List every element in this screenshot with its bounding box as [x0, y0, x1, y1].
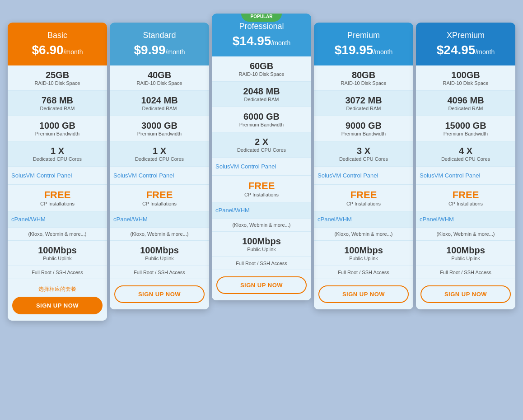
cpanel-link[interactable]: cPanel/WHM — [212, 202, 311, 219]
plan-period: /month — [475, 48, 495, 56]
ram-feature: 4096 MB Dedicated RAM — [416, 91, 515, 116]
uplink-value: 100Mbps — [420, 245, 512, 256]
cpanel-link[interactable]: cPanel/WHM — [8, 211, 107, 228]
disk-feature: 25GB RAID-10 Disk Space — [8, 65, 107, 91]
chinese-link[interactable]: 选择相应的套餐 — [12, 285, 103, 293]
control-panel-link[interactable]: SolusVM Control Panel — [212, 158, 311, 176]
free-cp-feature: FREE CP Installations — [110, 185, 209, 211]
ram-value: 768 MB — [11, 95, 103, 106]
ssh-label: Full Root / SSH Access — [8, 266, 107, 279]
kloxo-label: (Kloxo, Webmin & more...) — [110, 228, 209, 241]
plan-period: /month — [166, 48, 185, 56]
bandwidth-value: 6000 GB — [215, 112, 308, 122]
free-label: FREE — [420, 189, 512, 201]
cpu-feature: 4 X Dedicated CPU Cores — [416, 141, 515, 167]
cpu-label: Dedicated CPU Cores — [11, 156, 103, 162]
cpu-value: 1 X — [11, 146, 103, 156]
plan-price: $24.95/month — [420, 43, 511, 57]
plan-price: $6.90/month — [12, 43, 103, 57]
control-panel-link[interactable]: SolusVM Control Panel — [314, 167, 413, 185]
cpu-label: Dedicated CPU Cores — [318, 156, 410, 162]
plan-period: /month — [271, 39, 290, 47]
disk-value: 100GB — [420, 70, 512, 80]
plan-header-xpremium: XPremium $24.95/month — [416, 23, 515, 65]
cpu-feature: 2 X Dedicated CPU Cores — [212, 132, 311, 158]
plan-name: Standard — [114, 31, 205, 40]
plan-card-xpremium: XPremium $24.95/month 100GB RAID-10 Disk… — [416, 23, 515, 309]
uplink-feature: 100Mbps Public Uplink — [314, 241, 413, 266]
ram-feature: 2048 MB Dedicated RAM — [212, 82, 311, 107]
cpu-label: Dedicated CPU Cores — [215, 147, 308, 153]
plan-name: Basic — [12, 31, 103, 40]
ram-value: 2048 MB — [215, 86, 308, 97]
plan-period: /month — [64, 48, 83, 56]
plan-price: $9.99/month — [114, 43, 205, 57]
kloxo-label: (Kloxo, Webmin & more...) — [314, 228, 413, 241]
disk-value: 40GB — [113, 70, 205, 80]
plan-card-basic: Basic $6.90/month 25GB RAID-10 Disk Spac… — [8, 23, 107, 321]
free-cp-feature: FREE CP Installations — [8, 185, 107, 211]
cpanel-link[interactable]: cPanel/WHM — [110, 211, 209, 228]
bandwidth-label: Premium Bandwidth — [215, 122, 308, 127]
cpanel-link[interactable]: cPanel/WHM — [416, 211, 515, 228]
disk-label: RAID-10 Disk Space — [420, 80, 512, 86]
bandwidth-feature: 9000 GB Premium Bandwidth — [314, 116, 413, 141]
signup-button[interactable]: SIGN UP NOW — [420, 285, 511, 303]
disk-value: 25GB — [11, 70, 103, 80]
cpu-value: 1 X — [113, 146, 205, 156]
signup-button[interactable]: SIGN UP NOW — [114, 285, 205, 303]
control-panel-link[interactable]: SolusVM Control Panel — [416, 167, 515, 185]
ram-label: Dedicated RAM — [318, 106, 410, 111]
disk-feature: 60GB RAID-10 Disk Space — [212, 56, 311, 82]
uplink-value: 100Mbps — [113, 245, 205, 256]
free-label: FREE — [11, 189, 103, 201]
free-cp-feature: FREE CP Installations — [314, 185, 413, 211]
uplink-label: Public Uplink — [11, 256, 103, 261]
cpu-value: 2 X — [215, 137, 308, 147]
plan-card-standard: Standard $9.99/month 40GB RAID-10 Disk S… — [110, 23, 209, 309]
ram-label: Dedicated RAM — [215, 97, 308, 102]
plan-features: 40GB RAID-10 Disk Space 1024 MB Dedicate… — [110, 65, 209, 279]
cpanel-link[interactable]: cPanel/WHM — [314, 211, 413, 228]
uplink-value: 100Mbps — [11, 245, 103, 256]
uplink-label: Public Uplink — [420, 256, 512, 261]
plan-footer: SIGN UP NOW — [110, 279, 209, 309]
uplink-label: Public Uplink — [318, 256, 410, 261]
bandwidth-value: 15000 GB — [420, 121, 512, 131]
plan-card-professional: MOSTPOPULAR Professional $14.95/month 60… — [212, 14, 311, 300]
bandwidth-feature: 15000 GB Premium Bandwidth — [416, 116, 515, 141]
disk-value: 60GB — [215, 61, 308, 71]
ssh-label: Full Root / SSH Access — [110, 266, 209, 279]
uplink-value: 100Mbps — [215, 236, 308, 247]
control-panel-link[interactable]: SolusVM Control Panel — [110, 167, 209, 185]
bandwidth-feature: 3000 GB Premium Bandwidth — [110, 116, 209, 141]
signup-button[interactable]: SIGN UP NOW — [12, 297, 103, 314]
ram-value: 1024 MB — [113, 95, 205, 106]
cpu-feature: 3 X Dedicated CPU Cores — [314, 141, 413, 167]
bandwidth-label: Premium Bandwidth — [11, 131, 103, 136]
signup-button[interactable]: SIGN UP NOW — [318, 285, 409, 303]
free-sub-label: CP Installations — [318, 201, 410, 206]
disk-label: RAID-10 Disk Space — [11, 80, 103, 86]
uplink-value: 100Mbps — [318, 245, 410, 256]
control-panel-link[interactable]: SolusVM Control Panel — [8, 167, 107, 185]
bandwidth-feature: 6000 GB Premium Bandwidth — [212, 107, 311, 132]
kloxo-label: (Kloxo, Webmin & more...) — [212, 219, 311, 232]
cpu-feature: 1 X Dedicated CPU Cores — [8, 141, 107, 167]
disk-label: RAID-10 Disk Space — [113, 80, 205, 86]
plan-card-premium: Premium $19.95/month 80GB RAID-10 Disk S… — [314, 23, 413, 309]
ram-feature: 3072 MB Dedicated RAM — [314, 91, 413, 116]
plan-header-standard: Standard $9.99/month — [110, 23, 209, 65]
cpu-value: 3 X — [318, 146, 410, 156]
plan-period: /month — [373, 48, 392, 56]
ssh-label: Full Root / SSH Access — [416, 266, 515, 279]
plan-features: 60GB RAID-10 Disk Space 2048 MB Dedicate… — [212, 56, 311, 270]
cpu-value: 4 X — [420, 146, 512, 156]
free-label: FREE — [113, 189, 205, 201]
signup-button[interactable]: SIGN UP NOW — [216, 276, 307, 294]
plan-name: XPremium — [420, 31, 511, 40]
free-cp-feature: FREE CP Installations — [416, 185, 515, 211]
pricing-table: Basic $6.90/month 25GB RAID-10 Disk Spac… — [9, 9, 514, 321]
most-popular-badge: MOSTPOPULAR — [241, 14, 282, 22]
kloxo-label: (Kloxo, Webmin & more...) — [8, 228, 107, 241]
